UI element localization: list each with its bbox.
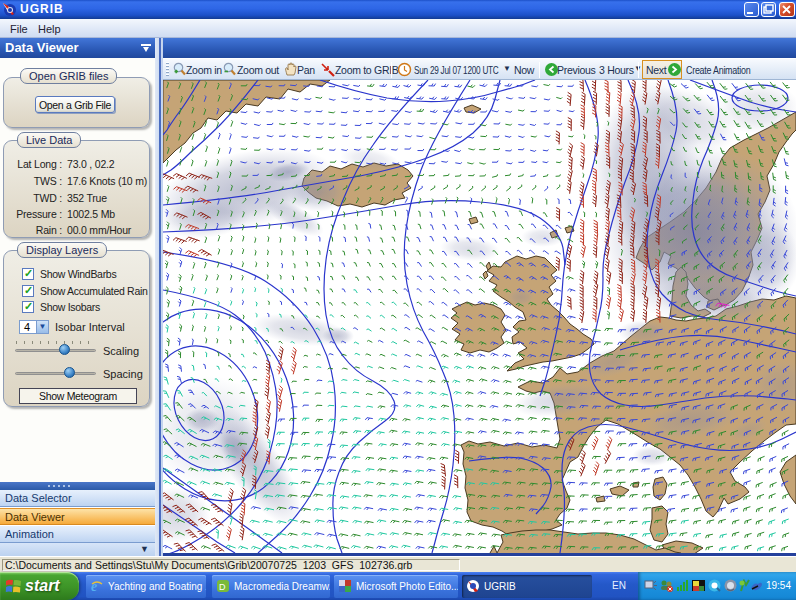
svg-text:D: D	[219, 582, 226, 592]
svg-text:e: e	[91, 579, 97, 593]
